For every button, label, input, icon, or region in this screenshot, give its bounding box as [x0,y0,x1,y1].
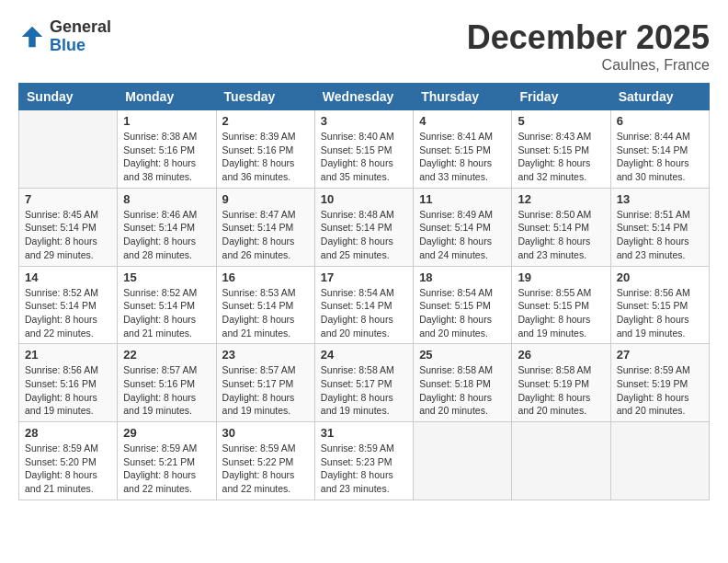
calendar-cell: 5Sunrise: 8:43 AM Sunset: 5:15 PM Daylig… [512,110,610,189]
calendar-cell: 24Sunrise: 8:58 AM Sunset: 5:17 PM Dayli… [314,344,413,422]
day-number: 1 [123,114,210,128]
day-number: 31 [321,426,407,440]
day-info: Sunrise: 8:38 AM Sunset: 5:16 PM Dayligh… [123,130,210,184]
day-number: 28 [25,426,111,440]
day-number: 16 [222,270,309,284]
day-info: Sunrise: 8:41 AM Sunset: 5:15 PM Dayligh… [419,130,506,184]
calendar-cell: 29Sunrise: 8:59 AM Sunset: 5:21 PM Dayli… [118,422,216,500]
day-info: Sunrise: 8:59 AM Sunset: 5:20 PM Dayligh… [25,442,111,496]
day-info: Sunrise: 8:52 AM Sunset: 5:14 PM Dayligh… [123,286,210,340]
day-info: Sunrise: 8:55 AM Sunset: 5:15 PM Dayligh… [518,286,604,340]
day-info: Sunrise: 8:39 AM Sunset: 5:16 PM Dayligh… [222,130,309,184]
day-info: Sunrise: 8:56 AM Sunset: 5:16 PM Dayligh… [25,363,111,418]
location: Caulnes, France [467,57,710,74]
calendar-week-5: 28Sunrise: 8:59 AM Sunset: 5:20 PM Dayli… [19,422,710,500]
col-header-friday: Friday [512,84,610,110]
day-number: 20 [617,270,703,284]
day-number: 18 [419,270,506,284]
calendar-cell [610,422,709,500]
day-number: 12 [518,192,604,206]
day-number: 15 [123,270,210,284]
title-block: December 2025 Caulnes, France [467,18,710,74]
calendar-header: SundayMondayTuesdayWednesdayThursdayFrid… [19,84,710,110]
day-info: Sunrise: 8:58 AM Sunset: 5:17 PM Dayligh… [321,363,407,418]
day-number: 8 [123,192,210,206]
calendar-cell: 2Sunrise: 8:39 AM Sunset: 5:16 PM Daylig… [216,110,314,189]
day-info: Sunrise: 8:51 AM Sunset: 5:14 PM Dayligh… [617,208,703,262]
day-info: Sunrise: 8:54 AM Sunset: 5:15 PM Dayligh… [419,286,506,340]
day-number: 22 [123,348,210,362]
calendar-cell: 16Sunrise: 8:53 AM Sunset: 5:14 PM Dayli… [216,266,314,344]
day-info: Sunrise: 8:58 AM Sunset: 5:18 PM Dayligh… [419,363,506,418]
day-info: Sunrise: 8:50 AM Sunset: 5:14 PM Dayligh… [518,208,604,262]
col-header-monday: Monday [118,84,216,110]
calendar-body: 1Sunrise: 8:38 AM Sunset: 5:16 PM Daylig… [19,110,710,500]
calendar-week-4: 21Sunrise: 8:56 AM Sunset: 5:16 PM Dayli… [19,344,710,422]
day-number: 29 [123,426,210,440]
day-info: Sunrise: 8:48 AM Sunset: 5:14 PM Dayligh… [321,208,407,262]
day-info: Sunrise: 8:44 AM Sunset: 5:14 PM Dayligh… [617,130,703,184]
calendar-cell: 25Sunrise: 8:58 AM Sunset: 5:18 PM Dayli… [414,344,512,422]
calendar-cell: 7Sunrise: 8:45 AM Sunset: 5:14 PM Daylig… [19,188,118,266]
calendar-cell: 20Sunrise: 8:56 AM Sunset: 5:15 PM Dayli… [610,266,709,344]
day-info: Sunrise: 8:57 AM Sunset: 5:16 PM Dayligh… [123,363,210,418]
day-number: 4 [419,114,506,128]
col-header-saturday: Saturday [610,84,709,110]
calendar-cell: 4Sunrise: 8:41 AM Sunset: 5:15 PM Daylig… [414,110,512,189]
day-number: 3 [321,114,407,128]
calendar-cell: 14Sunrise: 8:52 AM Sunset: 5:14 PM Dayli… [19,266,118,344]
day-number: 27 [617,348,703,362]
day-info: Sunrise: 8:59 AM Sunset: 5:22 PM Dayligh… [222,442,309,496]
svg-marker-0 [22,27,43,48]
day-number: 17 [321,270,407,284]
day-number: 30 [222,426,309,440]
logo-icon [18,23,46,51]
logo-blue-text: Blue [50,37,111,55]
day-info: Sunrise: 8:43 AM Sunset: 5:15 PM Dayligh… [518,130,604,184]
header-row: SundayMondayTuesdayWednesdayThursdayFrid… [19,84,710,110]
calendar-cell: 15Sunrise: 8:52 AM Sunset: 5:14 PM Dayli… [118,266,216,344]
calendar-cell: 10Sunrise: 8:48 AM Sunset: 5:14 PM Dayli… [314,188,413,266]
day-number: 21 [25,348,111,362]
calendar-cell: 28Sunrise: 8:59 AM Sunset: 5:20 PM Dayli… [19,422,118,500]
day-number: 13 [617,192,703,206]
calendar-cell: 12Sunrise: 8:50 AM Sunset: 5:14 PM Dayli… [512,188,610,266]
day-info: Sunrise: 8:58 AM Sunset: 5:19 PM Dayligh… [518,363,604,418]
calendar-table: SundayMondayTuesdayWednesdayThursdayFrid… [18,83,710,500]
calendar-cell [414,422,512,500]
calendar-cell [19,110,118,189]
day-number: 19 [518,270,604,284]
day-number: 23 [222,348,309,362]
day-number: 6 [617,114,703,128]
calendar-cell: 8Sunrise: 8:46 AM Sunset: 5:14 PM Daylig… [118,188,216,266]
col-header-thursday: Thursday [414,84,512,110]
day-info: Sunrise: 8:54 AM Sunset: 5:14 PM Dayligh… [321,286,407,340]
calendar-cell: 27Sunrise: 8:59 AM Sunset: 5:19 PM Dayli… [610,344,709,422]
calendar-week-1: 1Sunrise: 8:38 AM Sunset: 5:16 PM Daylig… [19,110,710,189]
day-info: Sunrise: 8:59 AM Sunset: 5:23 PM Dayligh… [321,442,407,496]
day-info: Sunrise: 8:56 AM Sunset: 5:15 PM Dayligh… [617,286,703,340]
day-info: Sunrise: 8:53 AM Sunset: 5:14 PM Dayligh… [222,286,309,340]
day-info: Sunrise: 8:59 AM Sunset: 5:19 PM Dayligh… [617,363,703,418]
page-header: General Blue December 2025 Caulnes, Fran… [18,18,710,74]
calendar-cell: 13Sunrise: 8:51 AM Sunset: 5:14 PM Dayli… [610,188,709,266]
day-info: Sunrise: 8:59 AM Sunset: 5:21 PM Dayligh… [123,442,210,496]
day-number: 26 [518,348,604,362]
calendar-cell: 30Sunrise: 8:59 AM Sunset: 5:22 PM Dayli… [216,422,314,500]
calendar-cell: 19Sunrise: 8:55 AM Sunset: 5:15 PM Dayli… [512,266,610,344]
calendar-cell: 23Sunrise: 8:57 AM Sunset: 5:17 PM Dayli… [216,344,314,422]
day-info: Sunrise: 8:46 AM Sunset: 5:14 PM Dayligh… [123,208,210,262]
day-number: 24 [321,348,407,362]
logo-general-text: General [50,18,111,37]
col-header-sunday: Sunday [19,84,118,110]
day-number: 7 [25,192,111,206]
day-info: Sunrise: 8:49 AM Sunset: 5:14 PM Dayligh… [419,208,506,262]
calendar-cell: 31Sunrise: 8:59 AM Sunset: 5:23 PM Dayli… [314,422,413,500]
calendar-cell: 18Sunrise: 8:54 AM Sunset: 5:15 PM Dayli… [414,266,512,344]
calendar-week-2: 7Sunrise: 8:45 AM Sunset: 5:14 PM Daylig… [19,188,710,266]
day-info: Sunrise: 8:52 AM Sunset: 5:14 PM Dayligh… [25,286,111,340]
day-info: Sunrise: 8:40 AM Sunset: 5:15 PM Dayligh… [321,130,407,184]
calendar-cell: 11Sunrise: 8:49 AM Sunset: 5:14 PM Dayli… [414,188,512,266]
day-number: 25 [419,348,506,362]
logo: General Blue [18,18,111,55]
